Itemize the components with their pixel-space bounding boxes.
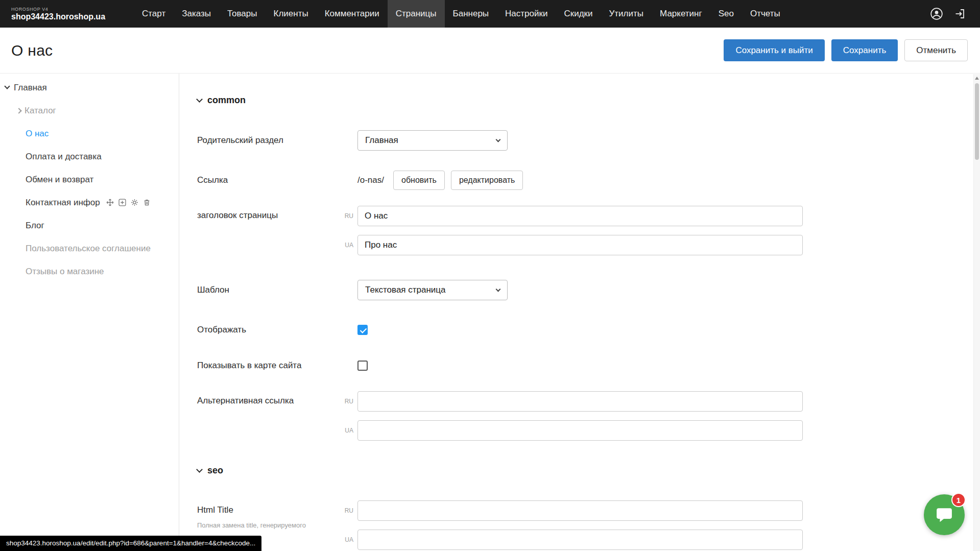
nav-item-settings[interactable]: Настройки: [497, 0, 556, 28]
edit-link-button[interactable]: редактировать: [451, 171, 523, 190]
logout-icon[interactable]: [953, 7, 967, 20]
scrollbar-thumb[interactable]: [975, 83, 979, 160]
template-label: Шаблон: [197, 285, 357, 295]
nav-item-start[interactable]: Старт: [134, 0, 174, 28]
delete-icon[interactable]: [143, 199, 151, 206]
template-value: Текстовая страница: [365, 285, 446, 295]
display-label: Отображать: [197, 325, 357, 335]
sidebar-item-label: Контактная инфор: [26, 198, 100, 208]
link-label: Ссылка: [197, 175, 357, 185]
nav-item-orders[interactable]: Заказы: [174, 0, 219, 28]
chat-bubble-icon: [935, 505, 954, 524]
alt-link-label: Альтернативная ссылка: [197, 391, 340, 406]
template-select[interactable]: Текстовая страница: [357, 280, 508, 300]
nav-item-reports[interactable]: Отчеты: [742, 0, 788, 28]
sidebar-item-label: Главная: [14, 83, 47, 93]
nav-item-discounts[interactable]: Скидки: [556, 0, 601, 28]
lang-ru-badge: RU: [340, 212, 353, 220]
header-actions: Сохранить и выйти Сохранить Отменить: [724, 39, 968, 61]
lang-ru-badge: RU: [340, 398, 353, 405]
move-icon[interactable]: [106, 199, 114, 206]
save-exit-button[interactable]: Сохранить и выйти: [724, 39, 824, 61]
save-button[interactable]: Сохранить: [831, 39, 898, 61]
sidebar-item-catalog[interactable]: Каталог: [0, 99, 179, 122]
nav-item-comments[interactable]: Комментарии: [317, 0, 388, 28]
nav-item-marketing[interactable]: Маркетинг: [652, 0, 710, 28]
sidebar-item-about[interactable]: О нас: [0, 122, 179, 145]
page-title-ua-input[interactable]: [357, 235, 803, 255]
alt-link-row: Альтернативная ссылка RU UA: [197, 391, 980, 441]
parent-section-label: Родительский раздел: [197, 135, 357, 146]
page-title-row: заголовок страницы RU UA: [197, 206, 980, 255]
html-title-ru-input[interactable]: [357, 500, 803, 521]
nav-item-products[interactable]: Товары: [219, 0, 265, 28]
section-common[interactable]: common: [197, 95, 980, 106]
nav-item-pages[interactable]: Страницы: [388, 0, 445, 28]
chevron-down-icon[interactable]: [4, 83, 10, 89]
lang-ru-badge: RU: [340, 507, 353, 514]
alt-link-ru-input[interactable]: [357, 391, 803, 412]
template-row: Шаблон Текстовая страница: [197, 280, 980, 300]
sidebar-item-label: Отзывы о магазине: [26, 267, 104, 277]
nav-item-clients[interactable]: Клиенты: [266, 0, 317, 28]
lang-ua-badge: UA: [340, 536, 353, 543]
item-hover-actions: [106, 199, 151, 206]
sidebar-item-store-reviews[interactable]: Отзывы о магазине: [0, 260, 179, 283]
html-title-ua-input[interactable]: [357, 530, 803, 550]
sidebar-item-label: Пользовательское соглашение: [26, 244, 151, 254]
account-icon[interactable]: [930, 7, 943, 20]
chat-widget-button[interactable]: 1: [924, 494, 965, 535]
scroll-up-icon[interactable]: [975, 77, 979, 80]
status-url: shop34423.horoshop.ua/edit/edit.php?id=6…: [0, 536, 261, 551]
display-row: Отображать: [197, 320, 980, 340]
nav-item-utilities[interactable]: Утилиты: [601, 0, 652, 28]
sitemap-checkbox[interactable]: [357, 361, 368, 371]
main-nav: Старт Заказы Товары Клиенты Комментарии …: [134, 0, 930, 28]
chevron-down-icon: [196, 466, 203, 473]
topbar-actions: [930, 0, 980, 28]
chevron-down-icon: [496, 287, 501, 292]
chevron-down-icon: [196, 96, 203, 103]
html-title-row: Html Title Полная замена title, генериру…: [197, 500, 980, 550]
topbar: HOROSHOP V4 shop34423.horoshop.ua Старт …: [0, 0, 980, 28]
sidebar: Главная Каталог О нас Оплата и доставка …: [0, 74, 179, 551]
parent-section-row: Родительский раздел Главная: [197, 130, 980, 151]
brand-label: HOROSHOP V4: [11, 7, 134, 12]
sidebar-item-blog[interactable]: Блог: [0, 214, 179, 237]
parent-section-select[interactable]: Главная: [357, 130, 508, 151]
sidebar-item-payment-delivery[interactable]: Оплата и доставка: [0, 145, 179, 168]
chevron-right-icon[interactable]: [16, 108, 21, 113]
logo[interactable]: HOROSHOP V4 shop34423.horoshop.ua: [0, 0, 134, 28]
sidebar-item-user-agreement[interactable]: Пользовательское соглашение: [0, 237, 179, 260]
alt-link-ua-input[interactable]: [357, 420, 803, 441]
display-checkbox[interactable]: [357, 325, 368, 335]
nav-item-seo[interactable]: Seo: [710, 0, 742, 28]
refresh-link-button[interactable]: обновить: [393, 171, 445, 190]
parent-section-value: Главная: [365, 135, 398, 146]
sidebar-item-label: Обмен и возврат: [26, 175, 93, 185]
chat-unread-badge: 1: [951, 493, 966, 507]
settings-icon[interactable]: [131, 199, 138, 206]
scrollbar[interactable]: [973, 74, 980, 551]
sidebar-item-label: Каталог: [25, 106, 56, 116]
sidebar-item-exchange-return[interactable]: Обмен и возврат: [0, 168, 179, 191]
sidebar-item-label: О нас: [26, 129, 49, 139]
section-seo[interactable]: seo: [197, 465, 980, 476]
nav-item-banners[interactable]: Баннеры: [445, 0, 497, 28]
sidebar-item-label: Оплата и доставка: [26, 152, 102, 162]
section-common-label: common: [207, 95, 246, 106]
section-seo-label: seo: [207, 465, 223, 476]
sidebar-item-contact-info[interactable]: Контактная инфор: [0, 191, 179, 214]
lang-ua-badge: UA: [340, 427, 353, 434]
page-title-ru-input[interactable]: [357, 206, 803, 226]
main-layout: Главная Каталог О нас Оплата и доставка …: [0, 74, 980, 551]
cancel-button[interactable]: Отменить: [904, 39, 968, 61]
edit-form: common Родительский раздел Главная Ссылк…: [179, 74, 980, 551]
page-title: О нас: [11, 42, 53, 59]
html-title-label: Html Title: [197, 505, 335, 515]
add-icon[interactable]: [118, 199, 126, 206]
page-title-label: заголовок страницы: [197, 206, 340, 221]
sitemap-label: Показывать в карте сайта: [197, 361, 357, 371]
sidebar-item-home[interactable]: Главная: [0, 76, 179, 99]
chevron-down-icon: [496, 137, 501, 142]
